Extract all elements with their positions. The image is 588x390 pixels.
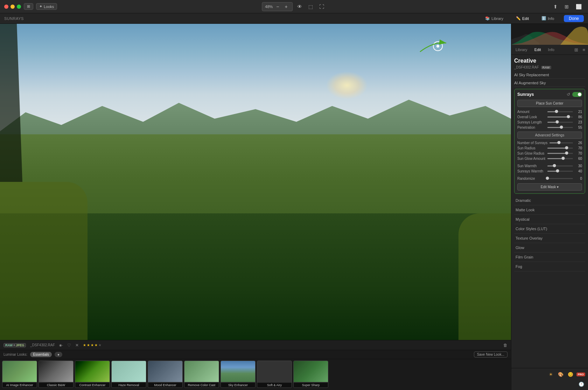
film-item-soft[interactable]: Soft & Airy [257,361,292,388]
sunrays-warmth-track[interactable] [547,171,573,172]
edit-icon: ✏️ [516,16,521,21]
amount-track[interactable] [547,111,573,112]
app-wrapper: ⊞ ✦ Looks 48% − + 👁 ⬚ ⛶ ⬆ ⊞ ⬜ SUNRAYS 📚 [0,0,588,390]
main-area: RAW + JPEG _DSF4302.RAF ◉- ♡ ✕ ★ ★ ★ ★ ★… [0,24,588,390]
place-sun-button[interactable]: Place Sun Center [517,100,582,107]
randomize-track[interactable] [547,178,573,179]
essentials-tab[interactable]: Essentials [30,352,52,357]
film-label-haze: Haze Removal [112,383,146,388]
palette-icon[interactable]: 🎨 [557,370,565,378]
zoom-out-button[interactable]: − [274,3,281,10]
sunrays-length-value: 23 [575,120,582,124]
dramatic-item[interactable]: Dramatic [514,196,585,205]
sun-warmth-label: Sun Warmth [517,164,545,168]
traffic-lights [4,5,21,9]
panel-tab-library[interactable]: Library [514,47,529,52]
sun-radius-track[interactable] [547,148,573,149]
star-5[interactable]: ★ [98,343,102,347]
dramatic-label: Dramatic [516,198,531,203]
window-icon[interactable]: ⬜ [574,3,584,10]
tab-edit[interactable]: ✏️ Edit [513,15,532,22]
star-4[interactable]: ★ [94,343,98,347]
film-item-remove[interactable]: Remove Color Cast [184,361,219,388]
fullscreen-icon[interactable]: ⛶ [317,3,326,10]
sunrays-toggle[interactable] [572,92,582,97]
close-button[interactable] [4,5,8,9]
sun-radius-value: 70 [575,146,582,150]
sunrays-title: Sunrays [517,92,534,97]
film-item-contrast[interactable]: Contrast Enhancer [75,361,110,388]
slider-row-num-sunrays: Number of Sunrays 26 [517,141,582,145]
layers-icon[interactable]: ⊞ [574,47,578,52]
history-icon[interactable]: 🕐 [578,380,585,388]
share-icon[interactable]: ⬆ [551,3,560,10]
overall-look-track[interactable] [547,116,573,118]
matte-look-item[interactable]: Matte Look [514,205,585,215]
right-panel-tabs: Library Edit Info ⊞ ≡ [511,45,588,55]
tab-info[interactable]: ℹ️ Info [539,15,557,22]
sunrays-panel: Sunrays ↺ Place Sun Center Amount [514,89,585,194]
color-styles-item[interactable]: Color Styles (LUT) [514,224,585,234]
panel-tab-info[interactable]: Info [547,47,556,52]
main-image [0,24,511,340]
glow-item[interactable]: Glow [514,243,585,253]
grid-icon[interactable]: ⊞ [562,3,571,10]
eye-icon[interactable]: 👁 [295,3,304,10]
advanced-settings-button[interactable]: Advanced Settings [517,132,582,139]
film-item-bw[interactable]: Classic B&W [38,361,74,388]
film-grain-item[interactable]: Film Grain [514,253,585,262]
film-item-sky[interactable]: Sky Enhancer [220,361,255,388]
num-sunrays-track[interactable] [550,142,573,143]
fog-item[interactable]: Fog [514,262,585,271]
penetration-value: 55 [575,126,582,129]
texture-overlay-item[interactable]: Texture Overlay [514,234,585,243]
reject-icon[interactable]: ✕ [75,343,79,348]
film-item-sharp[interactable]: Super Sharp [293,361,328,388]
panel-content: Creative _DSF4302.RAF RAW AI Sky Replace… [511,55,588,368]
file-actions: 🗑 [503,343,507,348]
settings-icon[interactable]: ≡ [582,47,585,52]
delete-icon[interactable]: 🗑 [503,343,507,348]
texture-overlay-label: Texture Overlay [516,236,542,240]
edit-mask-button[interactable]: Edit Mask ▾ [517,183,582,191]
film-thumb-sky [221,361,255,382]
expand-button[interactable]: ⊞ [24,3,33,10]
sun-glow-radius-track[interactable] [547,153,573,154]
slider-row-sun-glow-radius: Sun Glow Radius 70 [517,151,582,155]
film-item-mood[interactable]: Mood Enhancer [148,361,183,388]
image-viewport[interactable] [0,24,511,340]
film-item-haze[interactable]: Haze Removal [111,361,146,388]
face-icon[interactable]: 😊 [567,370,574,378]
right-column: Library Edit Info ⊞ ≡ Creative _DSF4302.… [511,24,588,390]
reset-icon[interactable]: ↺ [567,92,570,97]
star-2[interactable]: ★ [87,343,90,347]
zoom-value: 48% [265,5,273,9]
save-look-button[interactable]: Save New Look... [474,352,507,357]
more-tab[interactable]: ● [55,352,62,357]
done-button[interactable]: Done [564,15,584,22]
film-item-ai[interactable]: AI Image Enhancer [2,361,37,388]
mystical-item[interactable]: Mystical [514,215,585,224]
sun-glow-amount-track[interactable] [547,158,573,159]
zoom-in-button[interactable]: + [283,3,290,10]
tab-library[interactable]: 📚 Library [482,15,506,22]
panel-tab-edit[interactable]: Edit [533,47,542,52]
file-info-bar: RAW + JPEG _DSF4302.RAF ◉- ♡ ✕ ★ ★ ★ ★ ★… [0,340,511,350]
sunrays-warmth-label: Sunrays Warmth [517,169,545,173]
compare-icon[interactable]: ⬚ [306,3,315,10]
slider-row-sun-glow-amount: Sun Glow Amount 60 [517,157,582,161]
penetration-track[interactable] [547,127,573,128]
filmstrip-items: AI Image Enhancer Classic B&W Contrast E… [0,359,511,390]
star-3[interactable]: ★ [91,343,94,347]
star-1[interactable]: ★ [83,343,86,347]
sun-warmth-track[interactable] [547,165,573,166]
star-rating[interactable]: ★ ★ ★ ★ ★ [83,343,102,347]
looks-button[interactable]: ✦ Looks [36,3,57,10]
heart-icon[interactable]: ♡ [67,343,71,348]
sun-effects-icon[interactable]: ☀ [547,370,555,378]
sunrays-length-track[interactable] [547,122,573,123]
overall-look-label: Overall Look [517,115,545,119]
film-thumb-sharp [294,361,328,382]
maximize-button[interactable] [17,5,21,9]
minimize-button[interactable] [10,5,15,9]
